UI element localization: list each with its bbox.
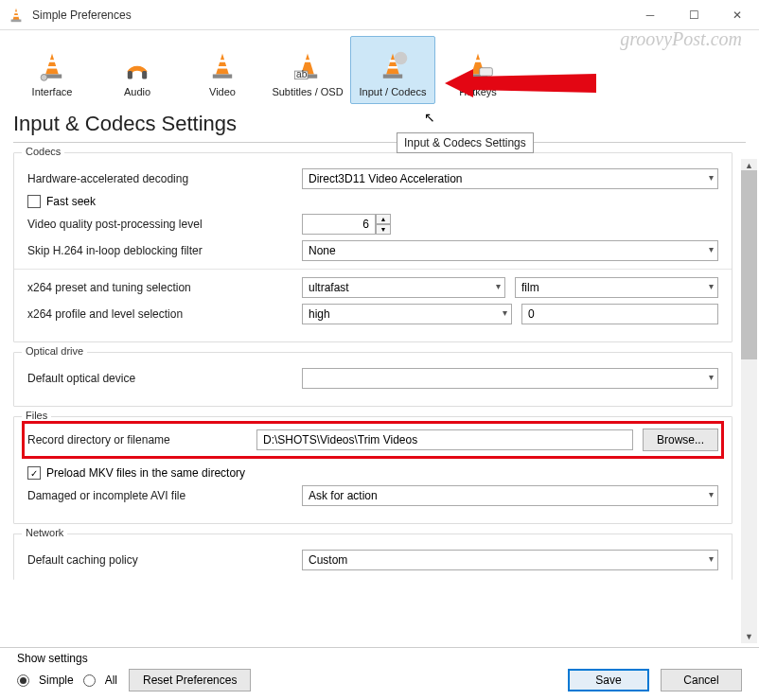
fast-seek-label: Fast seek <box>46 195 96 208</box>
audio-icon <box>121 50 153 82</box>
hw-decoding-label: Hardware-accelerated decoding <box>27 172 292 185</box>
minimize-button[interactable]: ─ <box>628 0 672 30</box>
divider <box>14 269 732 270</box>
x264-profile-select[interactable]: high▾ <box>302 304 512 324</box>
tab-label: Video <box>209 86 236 97</box>
save-button[interactable]: Save <box>568 669 649 691</box>
svg-rect-3 <box>11 19 22 22</box>
radio-simple-label: Simple <box>39 674 74 687</box>
optical-device-select[interactable]: ▾ <box>302 368 718 389</box>
tab-video[interactable]: Video <box>180 36 265 104</box>
svg-rect-1 <box>14 11 18 13</box>
chevron-down-icon: ▾ <box>709 553 714 564</box>
spinner-down-icon[interactable]: ▼ <box>376 224 391 235</box>
tab-interface[interactable]: Interface <box>9 36 95 104</box>
codecs-group: Codecs Hardware-accelerated decoding Dir… <box>13 152 733 342</box>
show-settings-label: Show settings <box>17 652 88 665</box>
spinner-up-icon[interactable]: ▲ <box>376 214 391 224</box>
interface-icon <box>36 50 68 82</box>
tooltip: Input & Codecs Settings <box>397 132 534 153</box>
files-group: Files Record directory or filename D:\SH… <box>13 416 733 524</box>
x264-profile-label: x264 profile and level selection <box>27 307 292 321</box>
vlc-logo-icon <box>8 7 25 24</box>
scroll-down-icon[interactable]: ▼ <box>741 630 757 643</box>
maximize-button[interactable]: ☐ <box>672 0 715 30</box>
chevron-down-icon: ▾ <box>709 244 714 254</box>
tab-audio[interactable]: Audio <box>95 36 180 104</box>
optical-device-label: Default optical device <box>27 372 292 385</box>
x264-level-input[interactable]: 0 <box>521 304 718 324</box>
tab-hotkeys[interactable]: Hotkeys <box>435 36 521 104</box>
chevron-down-icon: ▾ <box>709 172 714 183</box>
tab-label: Subtitles / OSD <box>272 86 343 97</box>
browse-button[interactable]: Browse... <box>643 429 718 451</box>
chevron-down-icon: ▾ <box>709 281 714 291</box>
tab-input-codecs[interactable]: Input / Codecs <box>350 36 435 104</box>
x264-tuning-select[interactable]: film▾ <box>515 277 718 298</box>
fast-seek-checkbox[interactable] <box>27 195 41 208</box>
chevron-down-icon: ▾ <box>709 372 714 382</box>
tab-label: Audio <box>124 86 150 97</box>
svg-rect-9 <box>128 71 132 79</box>
svg-rect-26 <box>475 60 482 62</box>
close-button[interactable]: ✕ <box>715 0 759 30</box>
skip-deblock-label: Skip H.264 in-loop deblocking filter <box>27 244 292 257</box>
svg-rect-22 <box>388 66 397 69</box>
x264-preset-select[interactable]: ultrafast▾ <box>302 277 505 298</box>
cancel-button[interactable]: Cancel <box>661 669 742 691</box>
svg-rect-23 <box>383 75 402 79</box>
category-tabs: Interface Audio Video ab Subtitles / OSD… <box>0 30 759 104</box>
group-legend: Network <box>22 527 67 538</box>
caching-policy-label: Default caching policy <box>27 553 292 567</box>
radio-all[interactable] <box>83 674 96 687</box>
svg-rect-16 <box>305 60 311 62</box>
group-legend: Codecs <box>22 146 64 157</box>
chevron-down-icon: ▾ <box>503 307 507 318</box>
tab-subtitles[interactable]: ab Subtitles / OSD <box>265 36 350 104</box>
svg-rect-13 <box>218 66 227 69</box>
svg-point-8 <box>41 75 47 81</box>
network-group: Network Default caching policy Custom▾ <box>13 534 733 580</box>
footer: Show settings Simple All Reset Preferenc… <box>0 647 759 700</box>
subtitles-icon: ab <box>291 50 324 82</box>
video-quality-spinner[interactable]: ▲▼ <box>302 214 397 235</box>
titlebar: Simple Preferences ─ ☐ ✕ <box>0 0 759 30</box>
video-quality-input[interactable] <box>302 214 376 235</box>
hw-decoding-select[interactable]: Direct3D11 Video Acceleration▾ <box>302 168 718 189</box>
svg-rect-12 <box>220 60 226 62</box>
record-dir-input[interactable]: D:\SHOTS\Videos\Trim Videos <box>256 429 633 450</box>
svg-rect-6 <box>47 66 57 69</box>
video-quality-label: Video quality post-processing level <box>27 218 292 231</box>
group-legend: Files <box>22 410 51 421</box>
skip-deblock-select[interactable]: None▾ <box>302 240 718 261</box>
video-icon <box>206 50 238 82</box>
svg-rect-14 <box>213 75 232 79</box>
radio-all-label: All <box>105 674 117 687</box>
reset-preferences-button[interactable]: Reset Preferences <box>129 669 251 691</box>
svg-rect-2 <box>13 15 18 17</box>
caching-policy-select[interactable]: Custom▾ <box>302 550 718 570</box>
optical-group: Optical drive Default optical device ▾ <box>13 352 733 407</box>
record-dir-label: Record directory or filename <box>27 433 247 446</box>
tab-label: Input / Codecs <box>360 86 427 97</box>
svg-rect-28 <box>480 68 493 77</box>
x264-preset-label: x264 preset and tuning selection <box>27 281 292 294</box>
svg-point-24 <box>395 52 408 65</box>
annotation-highlight: Record directory or filename D:\SHOTS\Vi… <box>22 421 724 459</box>
page-title: Input & Codecs Settings <box>0 104 759 142</box>
svg-rect-5 <box>49 60 56 62</box>
svg-marker-0 <box>12 8 19 20</box>
radio-simple[interactable] <box>17 674 29 687</box>
svg-rect-10 <box>142 71 147 79</box>
preload-mkv-checkbox[interactable]: ✓ <box>27 466 41 480</box>
damaged-avi-select[interactable]: Ask for action▾ <box>302 485 718 506</box>
settings-scroll-area: Codecs Hardware-accelerated decoding Dir… <box>0 143 759 631</box>
tab-label: Interface <box>32 86 73 97</box>
damaged-avi-label: Damaged or incomplete AVI file <box>27 489 292 502</box>
window-title: Simple Preferences <box>32 9 628 22</box>
hotkeys-icon <box>462 50 494 82</box>
chevron-down-icon: ▾ <box>496 281 501 291</box>
show-settings-radio-group: Simple All <box>17 674 117 687</box>
preload-mkv-label: Preload MKV files in the same directory <box>46 466 245 480</box>
chevron-down-icon: ▾ <box>709 489 714 499</box>
